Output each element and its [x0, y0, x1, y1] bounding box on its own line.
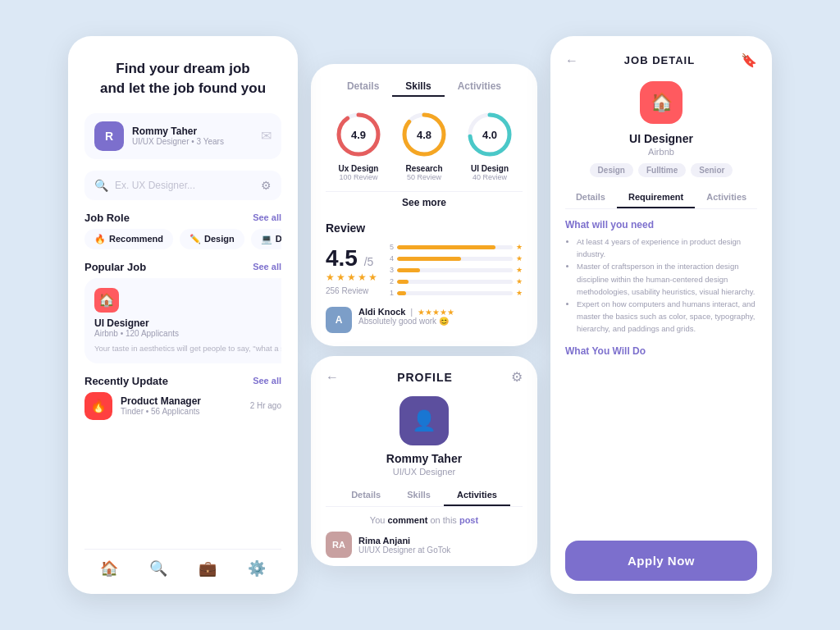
research-score: 4.8: [417, 129, 431, 141]
job-role-see-all[interactable]: See all: [253, 212, 281, 222]
nav-home-icon[interactable]: 🏠: [100, 559, 118, 578]
bar-chart: 5 ★ 4 ★ 3 ★ 2: [387, 243, 523, 297]
skill-ux-design: 4.9 Ux Design 100 Review: [334, 110, 383, 181]
bottom-navigation: 🏠 🔍 💼 ⚙️: [84, 549, 281, 581]
jd-requirements: At least 4 years of experience in produc…: [565, 235, 757, 336]
bar-4: 4 ★: [387, 254, 523, 262]
commenter-name: Rima Anjani: [358, 536, 450, 546]
role-chip-dev[interactable]: 💻 Deve: [251, 229, 281, 249]
reviewer-avatar: A: [326, 307, 352, 333]
activity-text: You comment on this post: [326, 515, 523, 525]
airbnb-job-title: UI Designer: [94, 317, 281, 329]
profile-avatar: 👤: [399, 396, 449, 445]
requirement-1: At least 4 years of experience in produc…: [577, 235, 757, 260]
jd-back-icon[interactable]: ←: [565, 53, 578, 68]
nav-bag-icon[interactable]: 💼: [199, 559, 217, 578]
research-review: 50 Review: [399, 173, 449, 181]
recent-job-sub: Tinder • 56 Applicants: [121, 407, 242, 416]
star-1: ★: [326, 272, 335, 283]
jd-company-logo: 🏠: [640, 81, 682, 124]
apply-now-button[interactable]: Apply Now: [565, 541, 757, 581]
job-role-list: 🔥 Recommend ✏️ Design 💻 Deve: [84, 229, 281, 249]
jd-tab-requirement[interactable]: Requirement: [617, 187, 695, 208]
profile-avatar-wrap: 👤: [326, 396, 523, 445]
tinder-logo: 🔥: [84, 392, 112, 420]
user-name: Rommy Taher: [132, 126, 253, 137]
reviewer-name: Aldi Knock: [358, 307, 405, 317]
tab-skills[interactable]: Skills: [392, 77, 444, 97]
tab-activities[interactable]: Activities: [445, 77, 514, 97]
user-profile-row[interactable]: R Rommy Taher UI/UX Designer • 3 Years ✉: [84, 113, 281, 159]
jd-job-title: UI Designer: [565, 132, 757, 145]
popular-jobs-list: 🏠 UI Designer Airbnb • 120 Applicants Yo…: [84, 278, 281, 363]
tab-details[interactable]: Details: [334, 77, 392, 97]
avatar: R: [94, 121, 124, 151]
profile-title: PROFILE: [339, 371, 511, 384]
bar-5: 5 ★: [387, 243, 523, 251]
recent-job-info: Product Manager Tinder • 56 Applicants: [121, 395, 242, 416]
profile-header: ← PROFILE ⚙: [326, 369, 523, 385]
commenter-row: RA Rima Anjani UI/UX Designer at GoTok: [326, 532, 523, 558]
star-5: ★: [368, 272, 377, 283]
star-4: ★: [358, 272, 367, 283]
review-count: 256 Review: [326, 286, 377, 295]
jd-logo-wrap: 🏠: [565, 81, 757, 124]
commenter-title: UI/UX Designer at GoTok: [358, 546, 450, 555]
recent-job-item[interactable]: 🔥 Product Manager Tinder • 56 Applicants…: [84, 392, 281, 420]
skills-list: 4.9 Ux Design 100 Review 4.8 Research 50…: [326, 110, 523, 181]
jd-company: Airbnb: [565, 147, 757, 157]
recent-see-all[interactable]: See all: [253, 376, 281, 386]
bar-1: 1 ★: [387, 289, 523, 297]
airbnb-job-desc: Your taste in aesthetics will get people…: [94, 343, 281, 354]
role-chip-design[interactable]: ✏️ Design: [180, 229, 244, 249]
recent-job-time: 2 Hr ago: [250, 401, 281, 410]
tag-fulltime: Fulltime: [638, 163, 686, 177]
settings-icon[interactable]: ⚙: [511, 369, 523, 385]
ux-design-circle: 4.9: [334, 110, 383, 159]
jd-tab-details[interactable]: Details: [564, 187, 617, 208]
review-section: Review 4.5 /5 ★ ★ ★ ★ ★ 256 Review 5: [326, 213, 523, 333]
bar-3: 3 ★: [387, 266, 523, 274]
search-bar[interactable]: 🔍 Ex. UX Designer... ⚙: [84, 171, 281, 200]
recent-section-header: Recently Update See all: [84, 375, 281, 387]
jd-header: ← JOB DETAIL 🔖: [565, 52, 757, 68]
review-title: Review: [326, 221, 523, 235]
tag-design: Design: [590, 163, 633, 177]
filter-icon[interactable]: ⚙: [261, 179, 272, 192]
jd-bookmark-icon[interactable]: 🔖: [741, 52, 757, 68]
profile-tab-skills[interactable]: Skills: [394, 485, 444, 506]
popular-see-all[interactable]: See all: [253, 262, 281, 272]
profile-tab-details[interactable]: Details: [338, 485, 394, 506]
recent-job-title: Product Manager: [121, 395, 242, 407]
jd-title: JOB DETAIL: [578, 54, 741, 66]
search-input[interactable]: Ex. UX Designer...: [115, 180, 254, 191]
stars: ★ ★ ★ ★ ★: [326, 272, 377, 283]
hero-title: Find your dream job and let the job foun…: [84, 59, 281, 98]
skills-tabs: Details Skills Activities: [326, 77, 523, 97]
rating-summary: 4.5 /5 ★ ★ ★ ★ ★ 256 Review: [326, 245, 377, 295]
ux-score: 4.9: [351, 129, 366, 141]
bar-2: 2 ★: [387, 277, 523, 285]
ux-label: Ux Design: [334, 164, 383, 173]
popular-job-item-airbnb[interactable]: 🏠 UI Designer Airbnb • 120 Applicants Yo…: [84, 278, 281, 363]
job-role-section-header: Job Role See all: [84, 212, 281, 224]
profile-back-icon[interactable]: ←: [326, 370, 339, 385]
user-role: UI/UX Designer • 3 Years: [132, 137, 253, 146]
recent-title: Recently Update: [84, 375, 168, 387]
nav-search-icon[interactable]: 🔍: [149, 559, 167, 578]
see-more-button[interactable]: See more: [326, 191, 523, 213]
job-detail-card: ← JOB DETAIL 🔖 🏠 UI Designer Airbnb Desi…: [550, 36, 772, 594]
nav-settings-icon[interactable]: ⚙️: [248, 559, 266, 578]
profile-role: UI/UX Designer: [326, 467, 523, 477]
research-circle: 4.8: [399, 110, 449, 159]
role-chip-recommend[interactable]: 🔥 Recommend: [84, 229, 173, 249]
tag-senior: Senior: [691, 163, 733, 177]
rating-score: 4.5 /5: [326, 245, 377, 272]
skills-profile-wrapper: Details Skills Activities 4.9 Ux Design …: [311, 64, 537, 566]
mail-icon[interactable]: ✉: [261, 128, 272, 144]
skills-card: Details Skills Activities 4.9 Ux Design …: [311, 64, 537, 346]
research-label: Research: [399, 164, 449, 173]
jd-tab-activities[interactable]: Activities: [695, 187, 758, 208]
requirement-2: Master of craftsperson in the interactio…: [577, 260, 757, 298]
profile-tab-activities[interactable]: Activities: [444, 485, 510, 506]
